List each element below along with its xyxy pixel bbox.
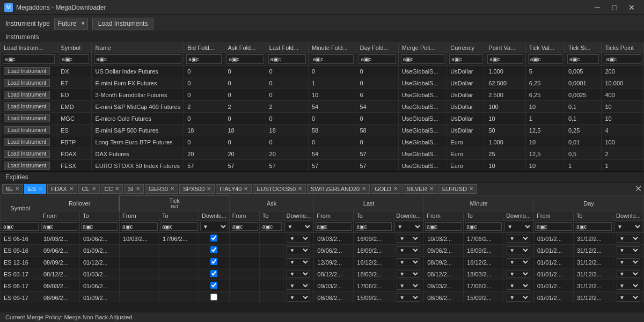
minimize-button[interactable]: ─: [589, 2, 605, 13]
exp-last-select-1[interactable]: ▼: [397, 246, 420, 254]
exp-bid-dl[interactable]: [199, 233, 229, 245]
exp-min-select-4[interactable]: ▼: [507, 282, 530, 290]
filter-bid[interactable]: [186, 54, 222, 64]
exp-day-dl[interactable]: ▼: [613, 292, 643, 303]
exp-ask-select-1[interactable]: ▼: [287, 246, 310, 254]
exp-min-dl[interactable]: ▼: [503, 268, 534, 280]
filter-tick-val[interactable]: [528, 54, 562, 64]
exp-ask-dl[interactable]: ▼: [283, 233, 314, 245]
exp-min-dl[interactable]: ▼: [503, 292, 534, 303]
ef-min-to[interactable]: [465, 222, 502, 231]
ef-ask-from[interactable]: [231, 222, 258, 231]
exp-bid-dl[interactable]: [199, 292, 229, 303]
exp-bid-dl[interactable]: [199, 280, 229, 292]
instrument-type-dropdown[interactable]: Future Stock Forex Index: [54, 18, 88, 30]
tab-fdax[interactable]: FDAX✕: [47, 184, 77, 194]
exp-ask-dl[interactable]: ▼: [283, 257, 314, 268]
exp-last-select-3[interactable]: ▼: [397, 270, 420, 278]
load-instrument-button-0[interactable]: Load Instrument: [4, 67, 50, 75]
tab-close-icon[interactable]: ✕: [15, 186, 19, 192]
load-instrument-button-6[interactable]: Load Instrument: [4, 138, 50, 146]
filter-currency[interactable]: [449, 54, 482, 64]
tab-close-icon[interactable]: ✕: [69, 186, 74, 192]
tab-cl[interactable]: CL✕: [78, 184, 100, 194]
exp-day-dl[interactable]: ▼: [613, 233, 643, 245]
exp-ask-select-0[interactable]: ▼: [287, 235, 310, 243]
load-instrument-button-2[interactable]: Load Instrument: [4, 91, 50, 99]
exp-day-dl[interactable]: ▼: [613, 280, 643, 292]
tab-spx500[interactable]: SPX500✕: [179, 184, 215, 194]
exp-bid-checkbox-3[interactable]: [210, 270, 217, 277]
exp-day-select-1[interactable]: ▼: [617, 246, 640, 254]
load-instruments-button[interactable]: Load Instruments: [92, 18, 154, 30]
filter-ask[interactable]: [226, 54, 263, 64]
filter-name[interactable]: [94, 54, 181, 64]
ef-last-to[interactable]: [355, 222, 392, 231]
exp-day-select-2[interactable]: ▼: [617, 258, 640, 266]
ef-day-from[interactable]: [535, 222, 572, 231]
exp-day-select-3[interactable]: ▼: [617, 270, 640, 278]
exp-ask-select-4[interactable]: ▼: [287, 282, 310, 290]
filter-tick-si[interactable]: [567, 54, 599, 64]
exp-bid-dl[interactable]: [199, 268, 229, 280]
tab-si[interactable]: SI✕: [124, 184, 143, 194]
load-instrument-button-1[interactable]: Load Instrument: [4, 79, 50, 87]
exp-min-select-1[interactable]: ▼: [507, 246, 530, 254]
exp-day-dl[interactable]: ▼: [613, 268, 643, 280]
load-instrument-button-8[interactable]: Load Instrument: [4, 162, 50, 170]
exp-ask-select-3[interactable]: ▼: [287, 270, 310, 278]
tab-ger30[interactable]: GER30✕: [145, 184, 178, 194]
exp-ask-dl[interactable]: ▼: [283, 268, 314, 280]
exp-bid-checkbox-2[interactable]: [210, 258, 217, 265]
ef-symbol[interactable]: [2, 222, 39, 231]
ef-bid-to[interactable]: [160, 222, 197, 231]
exp-day-select-4[interactable]: ▼: [617, 282, 640, 290]
tab-close-icon[interactable]: ✕: [429, 186, 434, 192]
ef-roll-to[interactable]: [81, 222, 118, 231]
exp-min-dl[interactable]: ▼: [503, 280, 534, 292]
tab-eustocks50[interactable]: EUSTOCKS50✕: [253, 184, 306, 194]
ef-ask-to[interactable]: [261, 222, 282, 231]
ef-bid-dl[interactable]: ▼: [200, 222, 228, 231]
load-instrument-button-4[interactable]: Load Instrument: [4, 114, 50, 122]
exp-min-dl[interactable]: ▼: [503, 233, 534, 245]
filter-ticks-point[interactable]: [604, 54, 641, 64]
tab-switzerland20[interactable]: SWITZERLAND20✕: [307, 184, 370, 194]
exp-last-select-5[interactable]: ▼: [397, 294, 420, 302]
filter-minute[interactable]: [311, 54, 354, 64]
filter-load-instrument[interactable]: [3, 54, 55, 64]
exp-last-dl[interactable]: ▼: [393, 280, 424, 292]
exp-day-select-5[interactable]: ▼: [617, 294, 640, 302]
tab-close-icon[interactable]: ✕: [207, 186, 211, 192]
filter-point-val[interactable]: [487, 54, 523, 64]
exp-day-dl[interactable]: ▼: [613, 257, 643, 268]
tab-close-icon[interactable]: ✕: [393, 186, 398, 192]
close-all-tabs-button[interactable]: ✕: [635, 184, 642, 194]
load-instrument-button-7[interactable]: Load Instrument: [4, 150, 50, 158]
exp-last-dl[interactable]: ▼: [393, 292, 424, 303]
exp-ask-dl[interactable]: ▼: [283, 292, 314, 303]
filter-merge[interactable]: [401, 54, 445, 64]
close-button[interactable]: ✕: [624, 2, 640, 13]
tab-es[interactable]: ES✕: [24, 184, 46, 194]
load-instrument-button-5[interactable]: Load Instrument: [4, 126, 50, 134]
ef-roll-from[interactable]: [41, 222, 78, 231]
ef-bid-from[interactable]: [121, 222, 158, 231]
exp-bid-checkbox-5[interactable]: [210, 294, 217, 301]
tab-close-icon[interactable]: ✕: [92, 186, 96, 192]
exp-last-dl[interactable]: ▼: [393, 268, 424, 280]
ef-min-from[interactable]: [425, 222, 462, 231]
ef-ask-dl[interactable]: ▼: [284, 222, 312, 231]
exp-min-select-3[interactable]: ▼: [507, 270, 530, 278]
filter-day[interactable]: [358, 54, 396, 64]
maximize-button[interactable]: □: [606, 2, 623, 13]
tab-close-icon[interactable]: ✕: [298, 186, 302, 192]
ef-day-to[interactable]: [575, 222, 612, 231]
ef-last-dl[interactable]: ▼: [394, 222, 422, 231]
tab-close-icon[interactable]: ✕: [469, 186, 473, 192]
tab-silver[interactable]: SILVER✕: [402, 184, 437, 194]
tab-close-icon[interactable]: ✕: [115, 186, 119, 192]
exp-last-select-0[interactable]: ▼: [397, 235, 420, 243]
exp-min-select-5[interactable]: ▼: [507, 294, 530, 302]
tab-gold[interactable]: GOLD✕: [371, 184, 401, 194]
